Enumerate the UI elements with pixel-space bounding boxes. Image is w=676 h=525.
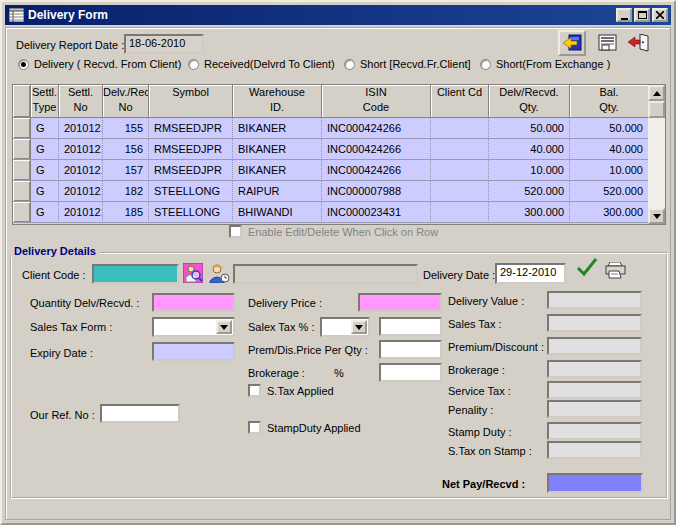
exit-button[interactable]	[626, 32, 650, 54]
grid-cell: 157	[103, 160, 149, 181]
radio-icon	[344, 59, 355, 70]
sales-tax-form-label: Sales Tax Form :	[30, 321, 112, 333]
scroll-up-button[interactable]	[648, 85, 665, 101]
grid-cell: G	[31, 160, 59, 181]
prem-label: Prem/Dis.Price Per Qty :	[248, 344, 368, 356]
client-lookup-icon	[208, 263, 230, 283]
delivery-price-field[interactable]	[358, 293, 442, 312]
grid-cell: INC000023431	[322, 202, 431, 223]
grid-cell: 40.000	[570, 139, 649, 160]
close-icon	[656, 11, 664, 19]
expiry-date-field[interactable]	[152, 342, 235, 361]
close-button[interactable]	[652, 8, 668, 22]
grid-cell: G	[31, 202, 59, 223]
chevron-down-icon[interactable]	[216, 320, 232, 334]
browse-records-icon	[562, 34, 582, 52]
quantity-field[interactable]	[152, 293, 235, 312]
delivery-date-field[interactable]: 29-12-2010	[495, 263, 566, 284]
stampduty-applied-checkbox[interactable]	[248, 421, 261, 434]
radio-label: Short(From Exchange )	[496, 58, 610, 70]
check-icon[interactable]	[576, 257, 598, 277]
stamp-duty-label: Stamp Duty :	[448, 426, 512, 438]
minimize-button[interactable]	[616, 8, 632, 22]
penality-label: Penality :	[448, 404, 493, 416]
our-ref-field[interactable]	[100, 404, 180, 423]
column-header: Client Cd	[431, 85, 489, 118]
grid-cell: 156	[103, 139, 149, 160]
salex-tax-field[interactable]	[379, 317, 442, 336]
stax-applied-row[interactable]: S.Tax Applied	[248, 384, 334, 397]
column-header: ISINCode	[322, 85, 431, 118]
our-ref-label: Our Ref. No :	[30, 409, 95, 421]
sales-tax-form-dropdown[interactable]	[152, 317, 235, 337]
browse-records-button[interactable]	[558, 30, 586, 56]
radio-icon	[480, 59, 491, 70]
client-code-field[interactable]	[92, 264, 179, 284]
salex-tax-label: Salex Tax % :	[248, 321, 314, 333]
sales-tax-label: Sales Tax :	[448, 318, 502, 330]
brokerage-field[interactable]	[379, 363, 442, 382]
net-pay-field[interactable]	[547, 473, 643, 493]
save-button[interactable]	[596, 32, 620, 54]
grid-scrollbar[interactable]	[648, 85, 665, 224]
table-row[interactable]: G2010121156RMSEEDJPRBIKANERINC0004242664…	[13, 139, 649, 160]
scrollbar-thumb[interactable]	[648, 101, 665, 118]
grid-cell	[431, 160, 489, 181]
report-date-field[interactable]: 18-06-2010	[124, 34, 204, 54]
stampduty-applied-label: StampDuty Applied	[267, 422, 361, 434]
stax-applied-label: S.Tax Applied	[267, 385, 334, 397]
row-selector[interactable]	[13, 181, 31, 202]
stax-on-stamp-label: S.Tax on Stamp :	[448, 445, 532, 457]
grid-cell: 300.000	[489, 202, 570, 223]
brokerage-right-label: Brokerage :	[448, 364, 505, 376]
column-header: Delv./RecpNo	[103, 85, 149, 118]
penality-field	[547, 400, 642, 418]
client-code-label: Client Code :	[22, 269, 86, 281]
enable-edit-checkbox-row[interactable]: Enable Edit/Delete When Click on Row	[229, 225, 438, 238]
printer-icon	[605, 262, 626, 279]
enable-edit-checkbox[interactable]	[229, 225, 242, 238]
scroll-down-button[interactable]	[648, 208, 665, 224]
chevron-down-icon[interactable]	[351, 320, 367, 334]
salex-tax-dropdown[interactable]	[320, 317, 370, 337]
grid-cell: G	[31, 139, 59, 160]
maximize-button[interactable]	[634, 8, 650, 22]
stax-applied-checkbox[interactable]	[248, 384, 261, 397]
client-lookup-button[interactable]	[207, 262, 230, 283]
search-client-button[interactable]	[182, 262, 203, 283]
column-header: Bal.Qty.	[570, 85, 649, 118]
prem-field[interactable]	[379, 340, 442, 359]
radio-option[interactable]: Received(Delvrd To Client)	[188, 58, 335, 70]
triangle-up-icon	[653, 91, 661, 96]
table-row[interactable]: G2010121155RMSEEDJPRBIKANERINC0004242665…	[13, 118, 649, 139]
row-selector[interactable]	[13, 202, 31, 223]
delivery-value-field	[547, 291, 642, 309]
row-selector[interactable]	[13, 139, 31, 160]
table-row[interactable]: G2010121157RMSEEDJPRBIKANERINC0004242661…	[13, 160, 649, 181]
grid-header-row: Settl.TypeSettl.NoDelv./RecpNoSymbolWare…	[13, 85, 649, 118]
brokerage-mid-label: Brokerage :	[248, 367, 305, 379]
radio-option[interactable]: Short(From Exchange )	[480, 58, 610, 70]
save-icon	[598, 34, 618, 52]
brokerage-right-field	[547, 360, 642, 378]
grid-cell: INC000424266	[322, 160, 431, 181]
print-button[interactable]	[604, 261, 627, 280]
title-bar[interactable]: Delivery Form	[5, 5, 671, 25]
row-selector[interactable]	[13, 160, 31, 181]
row-selector[interactable]	[13, 118, 31, 139]
radio-label: Received(Delvrd To Client)	[204, 58, 335, 70]
delivery-form-window: Delivery Form Delivery Report Date : 18-…	[0, 0, 676, 525]
grid-cell: 520.000	[489, 181, 570, 202]
table-row[interactable]: G2010121185STEELLONGBHIWANDIINC000023431…	[13, 202, 649, 223]
table-row[interactable]: G2010121182STEELLONGRAIPURINC00000798852…	[13, 181, 649, 202]
enable-edit-label: Enable Edit/Delete When Click on Row	[248, 226, 438, 238]
radio-icon	[18, 59, 29, 70]
radio-option[interactable]: Delivery ( Recvd. From Client)	[18, 58, 181, 70]
delivery-grid-table: Settl.TypeSettl.NoDelv./RecpNoSymbolWare…	[13, 85, 649, 223]
grid-cell	[431, 202, 489, 223]
radio-option[interactable]: Short [Recvd.Fr.Client]	[344, 58, 471, 70]
stampduty-applied-row[interactable]: StampDuty Applied	[248, 421, 361, 434]
grid-cell: BIKANER	[233, 160, 322, 181]
grid-cell: 10.000	[570, 160, 649, 181]
grid-cell: STEELLONG	[149, 181, 233, 202]
